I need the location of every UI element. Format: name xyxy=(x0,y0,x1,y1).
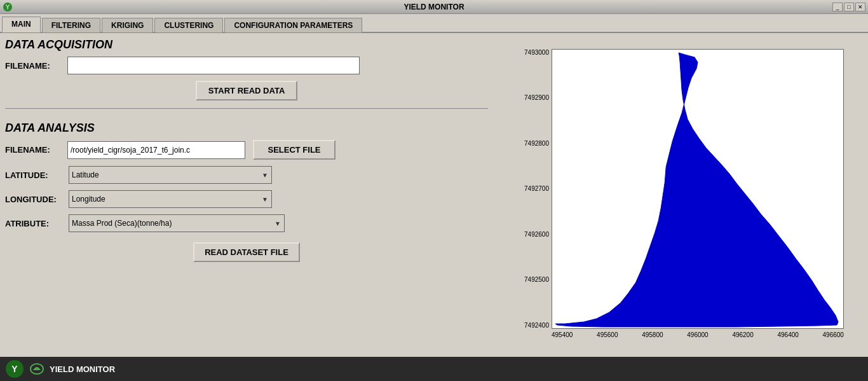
y-label-1: 7492900 xyxy=(524,94,549,101)
x-label-6: 496600 xyxy=(823,331,844,338)
status-bar: Y YIELD MONITOR xyxy=(0,357,868,381)
longitude-dropdown-wrapper: Longitude xyxy=(69,190,272,208)
acquisition-filename-input[interactable] xyxy=(67,57,360,74)
title-bar-left: Y xyxy=(3,2,13,12)
x-label-4: 496200 xyxy=(732,331,753,338)
chart-svg xyxy=(552,50,843,328)
data-acquisition-title: DATA ACQUISITION xyxy=(5,38,488,52)
atribute-label: ATRIBUTE: xyxy=(5,219,69,228)
svg-marker-2 xyxy=(555,52,838,326)
window-controls[interactable]: _ □ ✕ xyxy=(832,3,865,11)
latitude-label: LATITUDE: xyxy=(5,170,69,180)
close-button[interactable]: ✕ xyxy=(855,3,865,11)
x-label-2: 495800 xyxy=(642,331,663,338)
title-bar: Y YIELD MONITOR _ □ ✕ xyxy=(0,0,868,14)
status-bar-icon: Y xyxy=(5,359,24,378)
tab-main[interactable]: MAIN xyxy=(2,17,41,32)
analysis-filename-input[interactable] xyxy=(67,141,245,159)
acquisition-filename-label: FILENAME: xyxy=(5,61,62,71)
app-icon-small: Y xyxy=(3,2,13,12)
read-dataset-btn-container: READ DATASET FILE xyxy=(5,242,488,262)
data-analysis-title: DATA ANALYSIS xyxy=(5,121,488,135)
y-label-4: 7492600 xyxy=(524,231,549,238)
data-analysis-section: DATA ANALYSIS FILENAME: SELECT FILE LATI… xyxy=(5,121,488,262)
analysis-filename-row: FILENAME: SELECT FILE xyxy=(5,140,488,160)
atribute-dropdown[interactable]: Massa Prod (Seca)(tonne/ha) xyxy=(69,214,285,232)
x-label-1: 495600 xyxy=(597,331,618,338)
data-acquisition-section: DATA ACQUISITION FILENAME: START READ DA… xyxy=(5,38,488,109)
x-label-5: 496400 xyxy=(777,331,798,338)
minimize-button[interactable]: _ xyxy=(832,3,843,11)
y-axis: 7493000 7492900 7492800 7492700 7492600 … xyxy=(513,49,552,329)
tab-kriging[interactable]: KRIGING xyxy=(102,18,153,32)
atribute-dropdown-wrapper: Massa Prod (Seca)(tonne/ha) xyxy=(69,214,285,232)
y-label-2: 7492800 xyxy=(524,140,549,147)
yield-monitor-icon xyxy=(29,361,44,377)
tab-configuration[interactable]: CONFIGURATION PARAMETERS xyxy=(224,18,362,32)
plot-area xyxy=(552,49,844,329)
status-app-label: YIELD MONITOR xyxy=(50,364,115,374)
longitude-dropdown[interactable]: Longitude xyxy=(69,190,272,208)
x-axis: 495400 495600 495800 496000 496200 49640… xyxy=(552,329,844,342)
latitude-row: LATITUDE: Latitude xyxy=(5,166,488,184)
window-title: YIELD MONITOR xyxy=(403,3,464,11)
tab-clustering[interactable]: CLUSTERING xyxy=(154,18,223,32)
longitude-row: LONGITUDE: Longitude xyxy=(5,190,488,208)
read-dataset-button[interactable]: READ DATASET FILE xyxy=(193,242,300,262)
svg-text:Y: Y xyxy=(6,4,10,11)
start-read-button[interactable]: START READ DATA xyxy=(196,81,297,100)
y-label-5: 7492500 xyxy=(524,276,549,283)
acquisition-filename-row: FILENAME: xyxy=(5,57,488,74)
latitude-dropdown[interactable]: Latitude xyxy=(69,166,272,184)
svg-text:Y: Y xyxy=(11,364,18,374)
longitude-label: LONGITUDE: xyxy=(5,195,69,204)
select-file-button[interactable]: SELECT FILE xyxy=(253,140,336,160)
main-content: DATA ACQUISITION FILENAME: START READ DA… xyxy=(0,33,868,357)
x-label-0: 495400 xyxy=(552,331,573,338)
chart-area: 7493000 7492900 7492800 7492700 7492600 … xyxy=(494,38,863,352)
y-label-0: 7493000 xyxy=(524,49,549,56)
chart-inner: 7493000 7492900 7492800 7492700 7492600 … xyxy=(513,49,844,342)
chart-container: 7493000 7492900 7492800 7492700 7492600 … xyxy=(513,49,844,342)
x-label-3: 496000 xyxy=(687,331,708,338)
y-label-3: 7492700 xyxy=(524,185,549,192)
analysis-filename-label: FILENAME: xyxy=(5,145,62,155)
left-panel: DATA ACQUISITION FILENAME: START READ DA… xyxy=(5,38,488,352)
y-label-6: 7492400 xyxy=(524,322,549,329)
maximize-button[interactable]: □ xyxy=(844,3,854,11)
start-read-btn-container: START READ DATA xyxy=(5,81,488,100)
latitude-dropdown-wrapper: Latitude xyxy=(69,166,272,184)
tab-filtering[interactable]: FILTERING xyxy=(42,18,100,32)
atribute-row: ATRIBUTE: Massa Prod (Seca)(tonne/ha) xyxy=(5,214,488,232)
tabs-bar: MAIN FILTERING KRIGING CLUSTERING CONFIG… xyxy=(0,14,868,33)
